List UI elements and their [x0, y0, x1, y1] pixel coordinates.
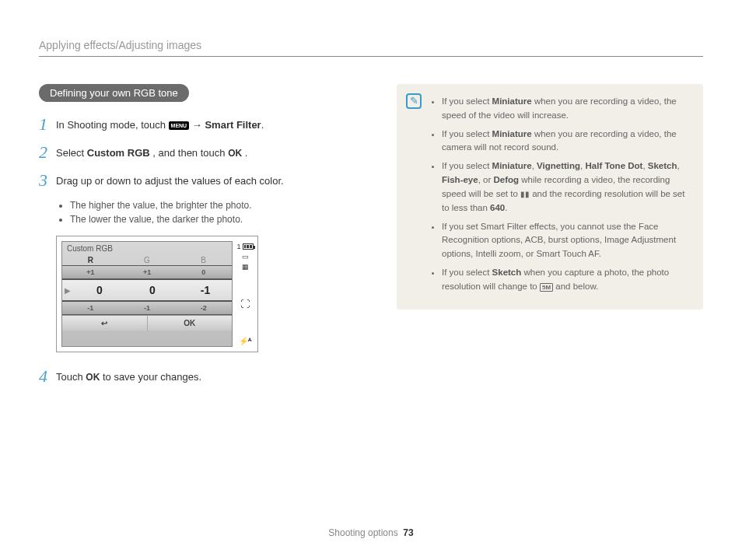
footer-label: Shooting options [328, 527, 397, 538]
right-column: ✎ If you select Miniature when you are r… [397, 84, 703, 396]
note-item: The lower the value, the darker the phot… [70, 214, 366, 225]
cell: 0 [126, 280, 179, 300]
page-footer: Shooting options 73 [0, 527, 742, 538]
note-item: If you set Smart Filter effects, you can… [442, 220, 691, 261]
battery-icon [243, 243, 254, 250]
step-text: , and then touch [152, 147, 228, 159]
step-number: 3 [39, 172, 56, 189]
step-text: Select [56, 147, 87, 159]
cell: +1 [119, 266, 176, 278]
period: . [261, 119, 264, 131]
ok-icon: OK [228, 148, 242, 159]
focus-icon: ⛶ [240, 299, 250, 310]
step-3: 3 Drag up or down to adjust the values o… [39, 172, 366, 189]
note-item: If you select Miniature, Vignetting, Hal… [442, 159, 691, 215]
cell: -1 [179, 280, 232, 300]
step-1: 1 In Shooting mode, touch MENU → Smart F… [39, 116, 366, 133]
note-item: If you select Sketch when you capture a … [442, 266, 691, 294]
note-info-icon: ✎ [406, 93, 422, 109]
mode-icon: ▭ [242, 253, 249, 261]
cell: -2 [175, 302, 232, 314]
custom-rgb-label: Custom RGB [87, 147, 150, 159]
note-box: ✎ If you select Miniature when you are r… [397, 84, 703, 310]
rgb-buttons: ↩ OK [62, 315, 232, 331]
cell: -1 [119, 302, 176, 314]
step-number: 4 [39, 368, 56, 385]
resolution-icon: 5M [540, 283, 553, 292]
record-speed-icon: ▮▮ [520, 188, 530, 201]
step-number: 1 [39, 116, 56, 133]
step-3-notes: The higher the value, the brighter the p… [61, 200, 366, 225]
step-text: to save your changes. [103, 371, 201, 383]
rgb-row-above: +1 +1 0 [62, 265, 232, 279]
step-2: 2 Select Custom RGB , and then touch OK … [39, 144, 366, 161]
smart-filter-label: Smart Filter [205, 119, 261, 131]
camera-screenshot: Custom RGB R G B +1 +1 0 ▶ 0 0 [56, 236, 258, 352]
note-item: If you select Miniature when you are rec… [442, 128, 691, 156]
mode-icon: ▦ [242, 263, 249, 271]
step-text: Drag up or down to adjust the values of … [56, 172, 366, 189]
cell: -1 [62, 302, 119, 314]
col-b[interactable]: B [175, 255, 232, 265]
chevron-right-icon: ▶ [62, 280, 73, 300]
col-g[interactable]: G [119, 255, 176, 265]
cell: +1 [62, 266, 119, 278]
step-number: 2 [39, 144, 56, 161]
note-item: If you select Miniature when you are rec… [442, 95, 691, 123]
page-number: 73 [403, 527, 413, 538]
flash-icon: ⚡ᴬ [239, 337, 251, 345]
step-4: 4 Touch OK to save your changes. [39, 368, 366, 385]
rgb-panel-title: Custom RGB [62, 242, 232, 255]
period: . [242, 147, 247, 159]
camera-side-icons: 1 ▭ ▦ ⛶ ⚡ᴬ [237, 241, 253, 347]
step-text: In Shooting mode, touch [56, 119, 169, 131]
col-r[interactable]: R [62, 255, 119, 265]
shot-count: 1 [237, 243, 241, 250]
arrow: → [192, 119, 205, 131]
step-text: Touch [56, 371, 86, 383]
menu-icon: MENU [169, 121, 190, 130]
cell: 0 [175, 266, 232, 278]
cell: 0 [73, 280, 126, 300]
left-column: Defining your own RGB tone 1 In Shooting… [39, 84, 366, 396]
rgb-column-headers: R G B [62, 255, 232, 265]
ok-button[interactable]: OK [148, 316, 233, 331]
section-header: Applying effects/Adjusting images [39, 39, 703, 57]
note-item: The higher the value, the brighter the p… [70, 200, 366, 211]
ok-icon: OK [86, 372, 100, 383]
topic-pill: Defining your own RGB tone [39, 84, 189, 102]
back-button[interactable]: ↩ [62, 316, 148, 331]
rgb-panel: Custom RGB R G B +1 +1 0 ▶ 0 0 [61, 241, 233, 347]
rgb-row-current[interactable]: ▶ 0 0 -1 [62, 279, 232, 301]
rgb-row-below: -1 -1 -2 [62, 301, 232, 315]
